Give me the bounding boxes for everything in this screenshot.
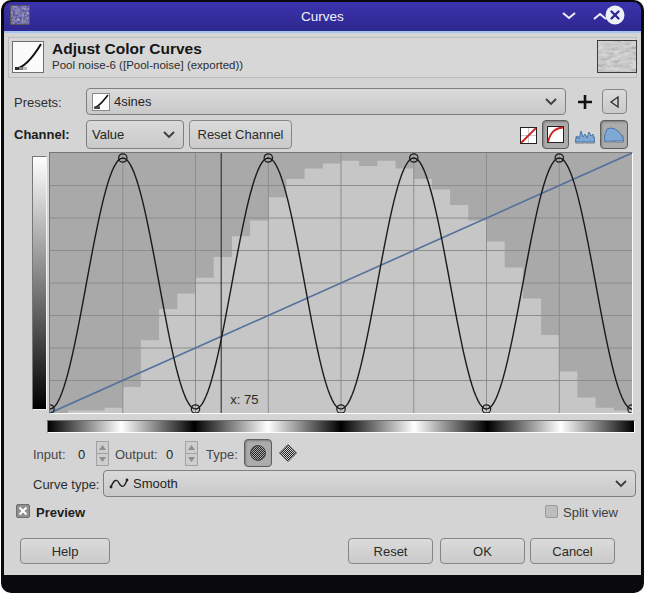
presets-label: Presets:	[14, 95, 62, 110]
y-axis-gradient	[32, 156, 47, 410]
type-smooth-button[interactable]	[244, 439, 272, 467]
image-name-subtitle: Pool noise-6 ([Pool-noise] (exported))	[52, 59, 243, 71]
cancel-button[interactable]: Cancel	[530, 538, 615, 564]
preset-curve-icon	[92, 93, 110, 111]
histogram-log-toggle-button[interactable]	[600, 120, 628, 149]
histogram-log-icon	[604, 126, 624, 143]
preview-label[interactable]: Preview	[36, 505, 85, 520]
presets-value: 4sines	[114, 94, 539, 109]
histogram-linear-icon	[575, 127, 595, 144]
channel-value: Value	[92, 127, 157, 142]
reset-channel-button[interactable]: Reset Channel	[189, 120, 292, 149]
channel-dropdown[interactable]: Value	[86, 120, 184, 149]
ok-button[interactable]: OK	[440, 538, 525, 564]
help-button[interactable]: Help	[20, 538, 110, 564]
plus-icon	[577, 94, 593, 110]
preset-menu-button[interactable]	[602, 89, 627, 114]
page-title: Adjust Color Curves	[52, 40, 202, 58]
window-title: Curves	[4, 2, 641, 31]
red-curve-icon	[547, 126, 564, 143]
dithered-circle-icon	[249, 444, 267, 462]
preview-checkbox[interactable]	[16, 504, 30, 518]
smooth-squiggle-icon	[109, 476, 129, 491]
add-preset-button[interactable]	[574, 90, 596, 114]
reset-button[interactable]: Reset	[348, 538, 433, 564]
curve-plot[interactable]: x: 75	[49, 152, 633, 414]
svg-text:x: 75: x: 75	[230, 392, 258, 407]
chevron-down-icon	[545, 98, 557, 106]
chevron-down-icon	[163, 131, 175, 139]
linear-light-toggle-button[interactable]	[517, 123, 540, 147]
x-axis-gradient	[47, 420, 635, 433]
curves-dialog-window: Curves Adjust Color Curves Pool noise-6 …	[0, 0, 645, 595]
input-value: 0	[78, 447, 85, 462]
presets-dropdown[interactable]: 4sines	[86, 88, 566, 115]
red-diagonal-icon	[520, 127, 537, 144]
check-x-icon	[18, 506, 28, 516]
image-thumbnail	[597, 40, 637, 73]
type-corner-button[interactable]	[277, 442, 299, 464]
output-label: Output:	[115, 447, 158, 462]
curve-type-dropdown[interactable]: Smooth	[103, 470, 636, 497]
channel-label: Channel:	[14, 127, 70, 142]
output-spinner[interactable]	[185, 441, 198, 466]
perceptual-toggle-button[interactable]	[542, 120, 569, 149]
split-view-checkbox[interactable]	[545, 505, 558, 518]
window-icon	[10, 5, 30, 25]
input-spinner[interactable]	[96, 441, 109, 466]
output-value: 0	[166, 447, 173, 462]
type-label: Type:	[206, 447, 238, 462]
histogram-linear-toggle-button[interactable]	[573, 123, 597, 147]
split-view-label[interactable]: Split view	[563, 505, 618, 520]
chevron-down-icon	[615, 480, 627, 488]
titlebar[interactable]: Curves	[4, 2, 641, 31]
close-button[interactable]	[604, 4, 626, 26]
dithered-diamond-icon	[278, 443, 298, 463]
spin-up-icon[interactable]	[185, 441, 198, 454]
curve-type-value: Smooth	[133, 476, 609, 491]
spin-down-icon[interactable]	[96, 454, 109, 466]
curves-tool-icon	[12, 41, 44, 73]
input-label: Input:	[33, 447, 66, 462]
close-icon	[604, 4, 626, 26]
curve-type-label: Curve type:	[33, 477, 99, 492]
triangle-left-icon	[608, 95, 622, 109]
spin-down-icon[interactable]	[185, 454, 198, 466]
chevron-down-icon	[562, 12, 576, 20]
spin-up-icon[interactable]	[96, 441, 109, 454]
minimize-button[interactable]	[557, 7, 581, 25]
